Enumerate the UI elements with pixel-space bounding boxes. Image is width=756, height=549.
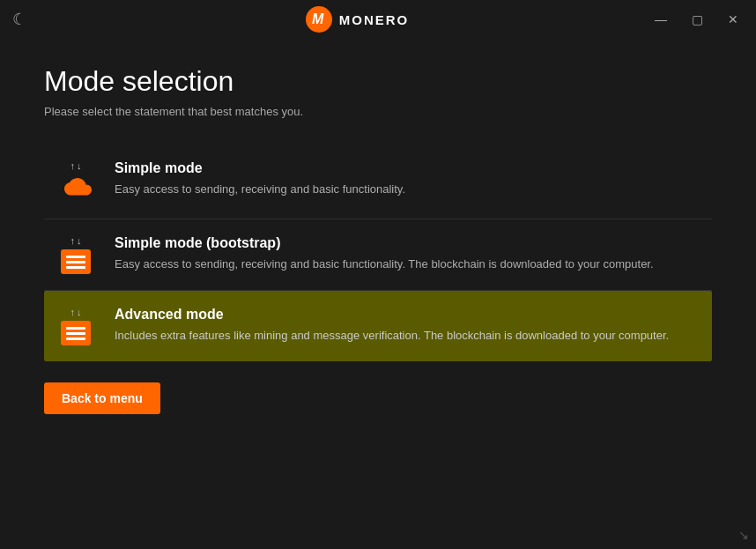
mode-icon-advanced: ↑↓: [55, 307, 97, 345]
mode-item-bootstrap[interactable]: ↑↓ Simple mode (bootstrap) Easy access t…: [44, 219, 712, 291]
server-line-3: [66, 266, 85, 269]
maximize-button[interactable]: ▢: [686, 11, 708, 27]
cloud-svg: [57, 176, 94, 201]
mode-item-advanced[interactable]: ↑↓ Advanced mode Includes extra features…: [44, 291, 712, 361]
moon-icon: ☾: [12, 10, 26, 29]
server-icon-bootstrap: [61, 249, 91, 274]
mode-name-simple: Simple mode: [115, 160, 701, 176]
mode-icon-simple: ↑↓: [55, 160, 97, 203]
mode-text-simple: Simple mode Easy access to sending, rece…: [115, 160, 701, 198]
back-to-menu-button[interactable]: Back to menu: [44, 382, 160, 414]
minimize-button[interactable]: —: [649, 11, 672, 27]
app-title: MONERO: [339, 12, 410, 27]
page-title: Mode selection: [44, 65, 712, 98]
transfer-arrows-advanced: ↑↓: [70, 307, 82, 317]
mode-desc-advanced: Includes extra features like mining and …: [115, 327, 701, 345]
page-subtitle: Please select the statement that best ma…: [44, 105, 712, 118]
title-bar: ☾ M MONERO — ▢ ✕: [0, 0, 756, 39]
server-line-a1: [66, 327, 85, 330]
server-line-1: [66, 256, 85, 258]
main-content: Mode selection Please select the stateme…: [0, 39, 756, 441]
mode-item-simple[interactable]: ↑↓ Simple mode Easy access to sending, r…: [44, 145, 712, 219]
title-bar-left: ☾: [12, 10, 65, 29]
mode-desc-simple: Easy access to sending, receiving and ba…: [115, 181, 701, 198]
window-controls: — ▢ ✕: [649, 11, 744, 27]
mode-icon-bootstrap: ↑↓: [55, 235, 97, 274]
transfer-arrows-simple: ↑↓: [70, 160, 82, 171]
resize-handle[interactable]: ↘: [738, 528, 749, 542]
mode-name-advanced: Advanced mode: [115, 307, 701, 323]
monero-logo-icon: M: [306, 6, 332, 33]
server-icon-advanced: [61, 321, 91, 345]
mode-name-bootstrap: Simple mode (bootstrap): [115, 235, 701, 251]
mode-text-advanced: Advanced mode Includes extra features li…: [115, 307, 701, 345]
close-button[interactable]: ✕: [723, 11, 744, 27]
server-line-a3: [66, 338, 85, 340]
mode-desc-bootstrap: Easy access to sending, receiving and ba…: [115, 256, 701, 273]
cloud-icon: [57, 174, 94, 203]
server-line-a2: [66, 332, 85, 335]
server-line-2: [66, 261, 85, 263]
title-bar-center: M MONERO: [306, 6, 410, 33]
mode-text-bootstrap: Simple mode (bootstrap) Easy access to s…: [115, 235, 701, 273]
transfer-arrows-bootstrap: ↑↓: [70, 235, 82, 246]
